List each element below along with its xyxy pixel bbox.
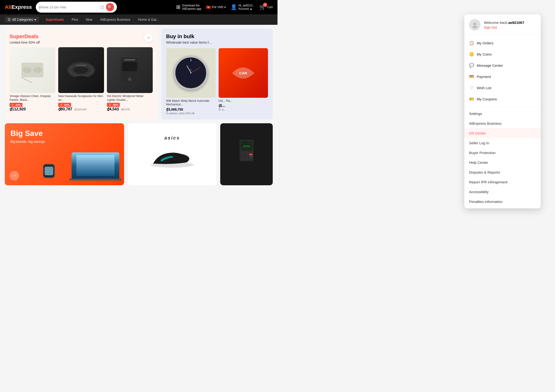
- menu-icon: ☰: [8, 18, 11, 21]
- lang-chevron-icon: ▾: [224, 6, 226, 9]
- bulk-card: Buy in bulk Wholesale best value items f…: [161, 29, 273, 120]
- svg-point-2: [34, 67, 43, 73]
- svg-point-8: [74, 76, 88, 80]
- cart-section[interactable]: 🛒 0 Cart: [259, 4, 273, 10]
- svg-rect-23: [241, 156, 244, 157]
- big-save-card: Big Save Big brands, big savings →: [5, 123, 124, 185]
- svg-rect-22: [249, 154, 252, 155]
- bulk-products: W WM Watch Welly Merck Automatic Mechani…: [166, 48, 268, 115]
- svg-rect-11: [122, 62, 137, 71]
- sd-product-2[interactable]: Kawasaki New Kawasaki Sunglasses for Men…: [58, 47, 104, 111]
- price-original-2: ₫218,342: [74, 108, 86, 111]
- account-icon: 👤: [231, 4, 237, 10]
- big-save-arrow-button[interactable]: →: [9, 171, 19, 180]
- search-input[interactable]: [39, 5, 101, 9]
- price-1: ₫112,920: [9, 107, 26, 111]
- superdeals-card: SuperDeals Limited time 50% off → Vintag…: [5, 29, 157, 120]
- bulk-subtitle: Wholesale best value items f...: [166, 41, 268, 44]
- nav-item-new[interactable]: New: [85, 18, 93, 21]
- svg-point-1: [23, 67, 31, 73]
- nav-item-business[interactable]: AliExpress Business: [99, 18, 131, 21]
- svg-point-6: [74, 66, 88, 74]
- language-selector[interactable]: 🇻🇳 EN/ VND ▾: [206, 5, 226, 9]
- cart-badge: 0: [263, 3, 267, 7]
- discount-badge-2: -63%: [58, 103, 71, 107]
- qr-label1: Download the: [182, 4, 201, 7]
- sd-products: Vintage Glasses Chain, Irregular Panels,…: [9, 47, 153, 111]
- nav-item-categories[interactable]: ☰ All Categories ▾: [5, 17, 39, 22]
- sd-subtitle: Limited time 50% off: [9, 41, 40, 44]
- price-2: ₫80,787: [58, 107, 72, 111]
- svg-rect-10: [124, 59, 135, 61]
- cart-label: Cart: [267, 6, 273, 9]
- categories-chevron-icon: ▾: [34, 18, 36, 21]
- account-sub: Account ▲: [238, 7, 255, 10]
- svg-rect-26: [241, 158, 253, 159]
- big-save-title: Big Save: [10, 129, 118, 138]
- bulk-note-1: 3+ pieces, extra 10% off: [166, 112, 216, 115]
- account-hi: Hi, ae8210...: [238, 4, 255, 7]
- tech-card: SPECTRUM: [220, 123, 273, 185]
- svg-text:Kawasaki: Kawasaki: [76, 65, 86, 67]
- bulk-note-2: 3+ p...: [219, 108, 268, 111]
- header: AliExpress ⊡ 🔍 ⊞ Download the AliExpress…: [0, 0, 278, 14]
- main-content: SuperDeals Limited time 50% off → Vintag…: [0, 25, 278, 123]
- svg-point-12: [128, 78, 131, 81]
- bulk-product-name-2: Uni... Fla...: [219, 99, 268, 103]
- svg-rect-24: [245, 156, 248, 157]
- svg-text:SPECTRUM: SPECTRUM: [243, 146, 250, 147]
- flag-icon: 🇻🇳: [206, 5, 211, 9]
- sd-product-1[interactable]: Vintage Glasses Chain, Irregular Panels,…: [9, 47, 55, 111]
- qr-download[interactable]: ⊞ Download the AliExpress app: [176, 4, 201, 10]
- bulk-title: Buy in bulk: [166, 33, 268, 40]
- navigation: ☰ All Categories ▾ SuperDeals Plus New A…: [0, 14, 278, 25]
- svg-rect-25: [249, 156, 252, 157]
- bulk-product-1[interactable]: W WM Watch Welly Merck Automatic Mechani…: [166, 48, 216, 115]
- bulk-product-2[interactable]: CAR Uni... Fla... ₫1... 3+ p...: [219, 48, 268, 115]
- price-original-3: ₫8,276: [121, 108, 130, 111]
- account-chevron-icon: ▲: [250, 7, 252, 10]
- svg-rect-17: [241, 151, 244, 153]
- logo[interactable]: AliExpress: [5, 4, 32, 10]
- search-bar: ⊡ 🔍: [36, 2, 117, 13]
- big-save-subtitle: Big brands, big savings: [10, 140, 118, 143]
- bulk-price-2: ₫1...: [219, 104, 268, 107]
- svg-rect-18: [245, 151, 248, 153]
- discount-badge-3: -45%: [107, 103, 120, 107]
- product-name-2: New Kawasaki Sunglasses for Men an...: [58, 94, 104, 102]
- price-3: ₫4,543: [107, 107, 119, 111]
- svg-rect-20: [241, 154, 244, 155]
- svg-line-3: [22, 78, 32, 83]
- qr-icon: ⊞: [176, 4, 180, 10]
- nav-item-plus[interactable]: Plus: [71, 18, 79, 21]
- bulk-price-1: ₫3,099,750: [166, 107, 216, 111]
- sd-next-button[interactable]: →: [144, 33, 153, 42]
- asics-brand-logo: asics: [164, 135, 180, 141]
- sd-product-3[interactable]: Hot Electric Windproof Metal Lighter Dou…: [107, 47, 153, 111]
- language-label: EN/ VND: [212, 6, 224, 9]
- bulk-product-name-1: WM Watch Welly Merck Automatic Mechanica…: [166, 99, 216, 107]
- svg-rect-19: [249, 151, 252, 153]
- bottom-row: Big Save Big brands, big savings → asics: [0, 123, 278, 189]
- sd-title: SuperDeals: [9, 33, 40, 40]
- account-section[interactable]: 👤 Hi, ae8210... Account ▲: [231, 4, 255, 10]
- qr-label2: AliExpress app: [182, 7, 201, 10]
- sd-header: SuperDeals Limited time 50% off →: [9, 33, 153, 44]
- product-name-1: Vintage Glasses Chain, Irregular Panels,…: [9, 94, 55, 102]
- asics-card: asics: [128, 123, 216, 185]
- product-name-3: Hot Electric Windproof Metal Lighter Dou…: [107, 94, 153, 102]
- header-actions: ⊞ Download the AliExpress app 🇻🇳 EN/ VND…: [176, 4, 273, 10]
- svg-text:CAR: CAR: [239, 71, 247, 75]
- nav-item-home[interactable]: Home & Gar...: [137, 18, 160, 21]
- discount-badge-1: -24%: [9, 103, 22, 107]
- scan-icon[interactable]: ⊡: [101, 5, 104, 10]
- svg-rect-21: [245, 154, 248, 155]
- search-button[interactable]: 🔍: [106, 3, 114, 11]
- nav-item-superdeals[interactable]: SuperDeals: [45, 18, 65, 21]
